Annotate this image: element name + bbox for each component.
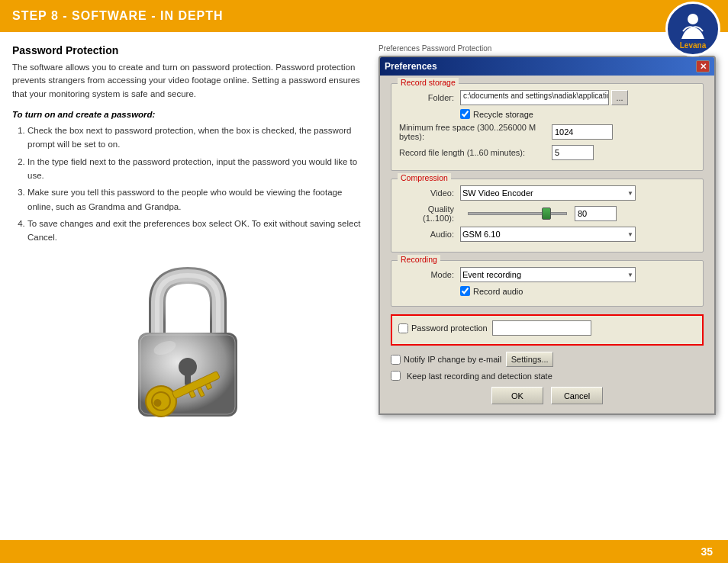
audio-select-wrapper: GSM 6.10 xyxy=(460,227,636,242)
content-area: Password Protection The software allows … xyxy=(0,32,728,540)
close-button[interactable]: ✕ xyxy=(696,60,710,72)
compression-group: Compression Video: SW Video Encoder Qual… xyxy=(391,179,704,253)
record-audio-label: Record audio xyxy=(473,287,523,296)
quality-label: Quality (1..100): xyxy=(399,204,460,223)
video-label: Video: xyxy=(399,188,460,198)
min-space-label: Minimum free space (300..256000 M bytes)… xyxy=(399,123,552,141)
password-input[interactable] xyxy=(492,320,591,336)
password-protection-label: Password protection xyxy=(411,323,488,333)
video-row: Video: SW Video Encoder xyxy=(399,185,695,201)
file-length-row: Record file length (1..60 minutes): 5 xyxy=(399,145,695,160)
step-4: To save changes and exit the preferences… xyxy=(27,217,363,245)
logo: Levana xyxy=(665,2,720,56)
quality-row: Quality (1..100): 80 xyxy=(399,204,695,223)
recycle-label: Recycle storage xyxy=(473,110,533,119)
quality-input[interactable]: 80 xyxy=(575,206,617,221)
right-panel: Preferences Password Protection Preferen… xyxy=(378,44,716,528)
mode-select-wrapper: Event recording xyxy=(460,267,636,282)
left-panel: Password Protection The software allows … xyxy=(12,44,363,528)
intro-text: The software allows you to create and tu… xyxy=(12,61,363,101)
recording-group: Recording Mode: Event recording Record a… xyxy=(391,260,704,307)
video-select-wrapper: SW Video Encoder xyxy=(460,185,636,201)
lock-image xyxy=(111,260,264,443)
top-bar: STEP 8 - SOFTWARE - IN DEPTH Levana xyxy=(0,0,728,32)
section-title: Password Protection xyxy=(12,44,363,56)
password-row: Password protection xyxy=(398,320,696,336)
password-checkbox[interactable] xyxy=(398,323,408,333)
cancel-button[interactable]: Cancel xyxy=(551,387,603,404)
ok-button[interactable]: OK xyxy=(491,387,543,404)
notify-label: Notify IP change by e-mail xyxy=(404,355,501,364)
recycle-checkbox[interactable] xyxy=(460,109,470,119)
settings-button[interactable]: Settings... xyxy=(506,352,553,367)
page-number: 35 xyxy=(701,545,713,558)
notify-checkbox[interactable] xyxy=(391,355,401,365)
record-storage-label: Record storage xyxy=(398,78,459,87)
folder-path-group: c:\documents and settings\nadiak\applica… xyxy=(460,90,628,105)
record-storage-group: Record storage Folder: c:\documents and … xyxy=(391,83,704,171)
min-space-input[interactable]: 1024 xyxy=(552,124,613,140)
password-section: Password protection xyxy=(391,314,704,346)
dialog-body: Record storage Folder: c:\documents and … xyxy=(380,76,714,413)
file-length-label: Record file length (1..60 minutes): xyxy=(399,148,552,157)
dialog-titlebar: Preferences ✕ xyxy=(380,57,714,76)
quality-slider-track[interactable] xyxy=(468,212,567,215)
mode-row: Mode: Event recording xyxy=(399,267,695,282)
keep-last-checkbox[interactable] xyxy=(391,371,401,381)
keep-last-row: Keep last recording and detection state xyxy=(391,371,704,381)
recycle-row: Recycle storage xyxy=(460,109,695,119)
folder-path-input[interactable]: c:\documents and settings\nadiak\applica… xyxy=(460,90,609,105)
folder-label: Folder: xyxy=(399,93,460,102)
dialog-title: Preferences xyxy=(385,61,437,72)
recording-label: Recording xyxy=(398,255,440,264)
bottom-bar: 35 xyxy=(0,540,728,563)
record-audio-row: Record audio xyxy=(460,286,695,296)
page-title: STEP 8 - SOFTWARE - IN DEPTH xyxy=(12,9,224,23)
audio-row: Audio: GSM 6.10 xyxy=(399,227,695,242)
compression-label: Compression xyxy=(398,173,451,182)
mode-select[interactable]: Event recording xyxy=(460,267,636,282)
folder-row: Folder: c:\documents and settings\nadiak… xyxy=(399,90,695,105)
step-2: In the type field next to the password p… xyxy=(27,155,363,183)
record-audio-checkbox[interactable] xyxy=(460,286,470,296)
mode-label: Mode: xyxy=(399,270,460,279)
keep-last-label: Keep last recording and detection state xyxy=(407,372,552,381)
steps-list: Check the box next to password protectio… xyxy=(12,124,363,245)
audio-label: Audio: xyxy=(399,230,460,239)
quality-slider-thumb[interactable] xyxy=(542,208,551,220)
video-select[interactable]: SW Video Encoder xyxy=(460,185,636,201)
preferences-dialog: Preferences ✕ Record storage Folder: c:\… xyxy=(378,56,716,415)
lock-image-area xyxy=(12,260,363,443)
file-length-input[interactable]: 5 xyxy=(552,145,594,160)
svg-point-0 xyxy=(688,14,698,24)
logo-brand: Levana xyxy=(668,41,718,50)
notify-row: Notify IP change by e-mail Settings... xyxy=(391,352,704,367)
step-1: Check the box next to password protectio… xyxy=(27,124,363,152)
panel-label: Preferences Password Protection xyxy=(378,44,716,53)
dialog-buttons: OK Cancel xyxy=(391,387,704,404)
min-space-row: Minimum free space (300..256000 M bytes)… xyxy=(399,123,695,141)
step-3: Make sure you tell this password to the … xyxy=(27,185,363,214)
audio-select[interactable]: GSM 6.10 xyxy=(460,227,636,242)
instruction-title: To turn on and create a password: xyxy=(12,110,363,119)
browse-button[interactable]: ... xyxy=(611,90,628,105)
